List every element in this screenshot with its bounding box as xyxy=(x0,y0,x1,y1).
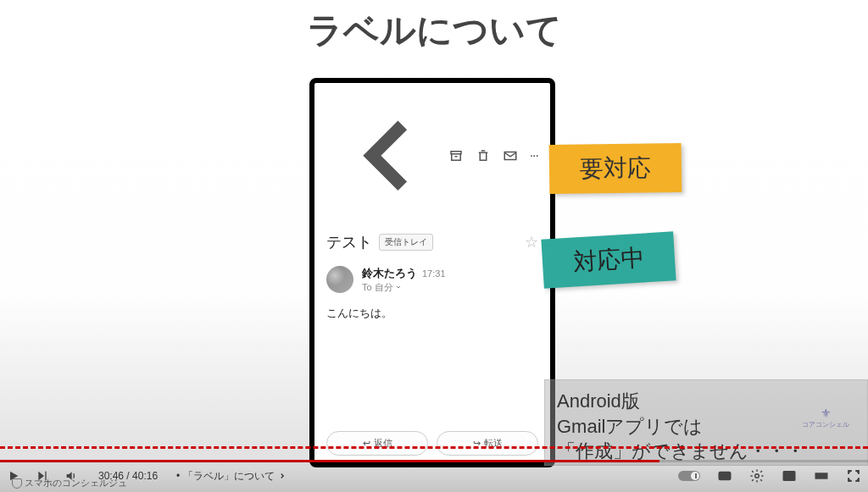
sender-name: 鈴木たろう xyxy=(362,266,417,281)
channel-logo-small: ⚜ コアコンシェル xyxy=(802,406,849,428)
svg-rect-10 xyxy=(815,473,827,478)
svg-rect-9 xyxy=(789,475,793,478)
fullscreen-icon[interactable] xyxy=(846,468,861,484)
label-tag-yellow: 要対応 xyxy=(549,143,682,194)
phone-mockup: ··· テスト 受信トレイ ☆ 鈴木たろう 17:31 To 自分 こんにちは。… xyxy=(309,78,555,467)
star-icon[interactable]: ☆ xyxy=(525,233,538,252)
autoplay-toggle[interactable] xyxy=(678,471,700,481)
reply-button[interactable]: ↩返信 xyxy=(326,431,428,456)
trash-icon[interactable] xyxy=(476,148,491,163)
progress-marker-line xyxy=(0,446,868,449)
archive-icon[interactable] xyxy=(448,148,464,163)
email-subject: テスト xyxy=(326,232,372,252)
inbox-label-chip: 受信トレイ xyxy=(379,234,433,251)
miniplayer-icon[interactable] xyxy=(782,468,797,484)
svg-point-7 xyxy=(755,474,760,478)
subject-row: テスト 受信トレイ ☆ xyxy=(326,232,538,252)
avatar xyxy=(326,266,353,293)
chapter-link[interactable]: • 「ラベル」について xyxy=(176,469,287,484)
email-body: こんにちは。 xyxy=(326,306,538,321)
sender-time: 17:31 xyxy=(422,268,446,279)
channel-watermark[interactable]: スマホのコンシェルジュ xyxy=(12,477,127,489)
shield-icon xyxy=(12,478,22,489)
captions-icon[interactable] xyxy=(717,468,732,484)
slide-title: ラベルについて xyxy=(0,0,868,54)
email-toolbar: ··· xyxy=(326,95,538,217)
label-tag-teal: 対応中 xyxy=(541,231,676,288)
forward-button[interactable]: ↪転送 xyxy=(437,431,538,456)
back-icon[interactable] xyxy=(326,95,448,217)
mail-icon[interactable] xyxy=(503,148,518,163)
svg-rect-0 xyxy=(451,152,461,154)
sender-row: 鈴木たろう 17:31 To 自分 xyxy=(326,266,538,294)
theater-icon[interactable] xyxy=(814,468,829,484)
more-icon[interactable]: ··· xyxy=(530,148,538,163)
settings-icon[interactable] xyxy=(749,468,765,484)
video-player-controls: 30:46 / 40:16 • 「ラベル」について xyxy=(0,460,868,492)
reply-row: ↩返信 ↪転送 xyxy=(326,431,538,456)
recipient-line[interactable]: To 自分 xyxy=(362,281,538,294)
